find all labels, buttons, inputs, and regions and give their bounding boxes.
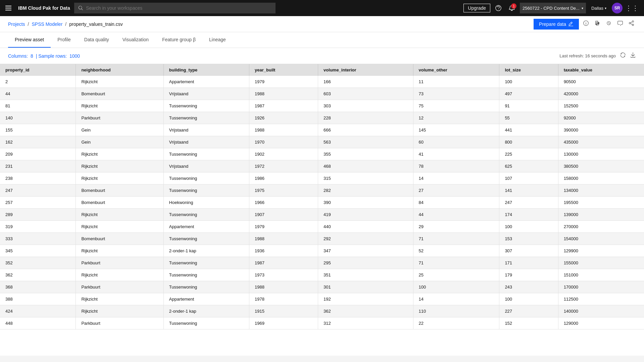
table-cell: 91 (499, 100, 558, 112)
user-avatar[interactable]: SR (612, 3, 623, 13)
table-cell: Bomenbuurt (76, 185, 163, 197)
table-cell: Parkbuurt (76, 257, 163, 269)
info-icon[interactable] (582, 19, 590, 29)
table-cell: 209 (0, 148, 76, 160)
tab-preview-asset[interactable]: Preview asset (8, 32, 51, 48)
table-cell: 2 (0, 76, 76, 88)
col-header-taxable-value: taxable_value (558, 64, 644, 76)
tab-feature-group[interactable]: Feature group β (155, 32, 202, 48)
table-cell: Vrijstaand (163, 160, 249, 172)
table-cell: 12 (413, 112, 499, 124)
sample-value: 1000 (69, 53, 80, 59)
breadcrumb-projects[interactable]: Projects (8, 21, 25, 27)
table-row: 257BomenbuurtHoekwoning19663908424719550… (0, 197, 644, 209)
table-cell: 666 (318, 124, 413, 136)
tabs-bar: Preview asset Profile Data quality Visua… (0, 32, 644, 48)
table-cell: 468 (318, 160, 413, 172)
table-row: 362RijkzichtTussenwoning1973351251791510… (0, 269, 644, 281)
columns-label: Columns: (8, 53, 28, 59)
table-cell: 1966 (249, 197, 318, 209)
table-cell: 390000 (558, 124, 644, 136)
table-cell: Rijkzicht (76, 221, 163, 233)
table-cell: 420000 (558, 88, 644, 100)
table-toolbar: Columns: 8 | Sample rows: 1000 Last refr… (0, 48, 644, 64)
table-row: 345Rijkzicht2-onder-1 kap193634752307129… (0, 245, 644, 257)
table-cell: 238 (0, 172, 76, 185)
table-cell: 153 (499, 233, 558, 245)
table-cell: 71 (413, 233, 499, 245)
table-cell: 171 (499, 257, 558, 269)
table-cell: 60 (413, 136, 499, 148)
table-cell: 140 (0, 112, 76, 124)
table-cell: 351 (318, 269, 413, 281)
help-button[interactable] (493, 3, 504, 13)
table-cell: 441 (499, 124, 558, 136)
prepare-data-button[interactable]: Prepare data (534, 19, 579, 30)
region-chevron-icon: ▾ (605, 6, 606, 10)
table-cell: 141 (499, 185, 558, 197)
tab-lineage[interactable]: Lineage (202, 32, 233, 48)
table-cell: Tussenwoning (163, 233, 249, 245)
table-row: 2RijkzichtAppartement19791661110090500 (0, 76, 644, 88)
upgrade-button[interactable]: Upgrade (463, 4, 490, 12)
account-name: 2560722 - CPD Content De... (523, 6, 580, 11)
table-row: 44BomenbuurtVrijstaand198860373497420000 (0, 88, 644, 100)
breadcrumb-left: Projects / SPSS Modeler / property_value… (8, 21, 123, 27)
table-cell: 243 (499, 281, 558, 293)
table-cell: 1979 (249, 221, 318, 233)
breadcrumb-spss[interactable]: SPSS Modeler (32, 21, 62, 27)
table-cell: 270000 (558, 221, 644, 233)
table-cell: 112500 (558, 293, 644, 305)
table-cell: 140000 (558, 305, 644, 317)
columns-value: 8 (31, 53, 33, 59)
table-cell: 347 (318, 245, 413, 257)
table-cell: 130000 (558, 148, 644, 160)
account-selector[interactable]: 2560722 - CPD Content De... ▾ (520, 3, 586, 13)
account-chevron-icon: ▾ (582, 6, 583, 10)
tab-data-quality[interactable]: Data quality (78, 32, 116, 48)
share-icon[interactable] (627, 19, 636, 29)
table-cell: 225 (499, 148, 558, 160)
table-row: 333BomenbuurtTussenwoning198829271153154… (0, 233, 644, 245)
region-selector[interactable]: Dallas ▾ (589, 3, 609, 13)
table-row: 424Rijkzicht2-onder-1 kap191536211022714… (0, 305, 644, 317)
table-row: 319RijkzichtAppartement19794402910027000… (0, 221, 644, 233)
table-cell: 100 (499, 76, 558, 88)
table-cell: 44 (0, 88, 76, 100)
table-cell: 73 (413, 88, 499, 100)
table-row: 81RijkzichtTussenwoning19873037591152500 (0, 100, 644, 112)
chat-icon[interactable] (616, 19, 625, 29)
nav-right: Upgrade 1 2560722 - CPD Content De... ▾ … (463, 3, 639, 13)
table-cell: 303 (318, 100, 413, 112)
history-icon[interactable] (604, 19, 613, 29)
search-input[interactable] (86, 5, 271, 11)
table-cell: Vrijstaand (163, 124, 249, 136)
app-switcher-icon[interactable]: ⋮⋮ (625, 4, 639, 12)
table-cell: Rijkzicht (76, 209, 163, 221)
table-cell: 1907 (249, 209, 318, 221)
table-cell: Bomenbuurt (76, 88, 163, 100)
table-cell: 1988 (249, 281, 318, 293)
refresh-icon[interactable] (620, 52, 626, 60)
table-cell: Gein (76, 124, 163, 136)
tab-profile[interactable]: Profile (51, 32, 78, 48)
table-cell: 162 (0, 136, 76, 148)
col-header-year-built: year_built (249, 64, 318, 76)
table-cell: 100 (499, 221, 558, 233)
schema-icon[interactable] (593, 19, 602, 29)
hamburger-menu[interactable] (5, 6, 11, 10)
table-cell: 92000 (558, 112, 644, 124)
table-cell: 81 (0, 100, 76, 112)
table-cell: Tussenwoning (163, 172, 249, 185)
notifications-button[interactable]: 1 (506, 3, 517, 13)
search-bar[interactable] (74, 3, 276, 13)
table-cell: 100 (499, 293, 558, 305)
download-icon[interactable] (630, 52, 636, 60)
tab-visualization[interactable]: Visualization (116, 32, 155, 48)
table-cell: 14 (413, 293, 499, 305)
table-cell: Rijkzicht (76, 305, 163, 317)
table-cell: 152500 (558, 100, 644, 112)
table-cell: Rijkzicht (76, 148, 163, 160)
col-header-lot-size: lot_size (499, 64, 558, 76)
table-cell: 1969 (249, 317, 318, 329)
